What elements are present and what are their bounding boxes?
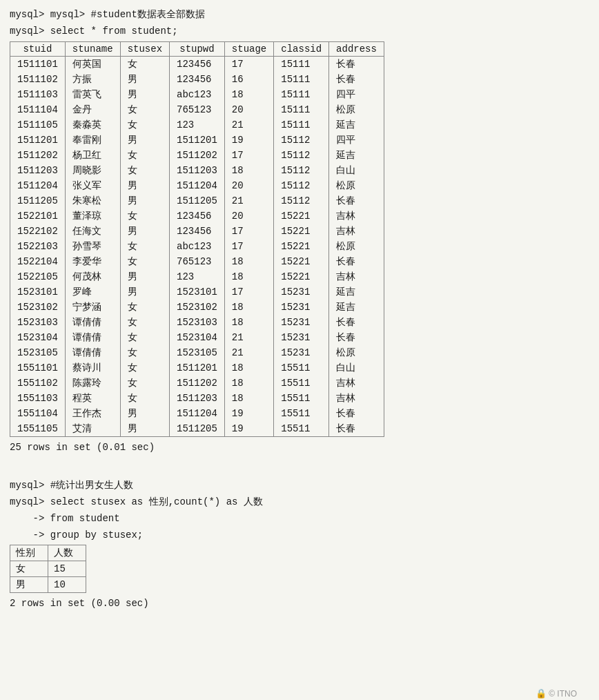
table-cell: 延吉 [329, 300, 384, 315]
watermark: 🔒 © ITNO [536, 688, 577, 699]
table-cell: 18 [224, 87, 273, 102]
table-row: 1522102任海文男1234561715221吉林 [10, 224, 384, 239]
table-row: 1511202杨卫红女15112021715112延吉 [10, 148, 384, 163]
table-cell: 19 [224, 406, 273, 421]
table-cell: 长春 [329, 406, 384, 421]
table-cell: abc123 [170, 87, 225, 102]
table-row: 1522101董泽琼女1234562015221吉林 [10, 208, 384, 224]
table2-wrap: 性别 人数 女15男10 [10, 545, 589, 593]
table-cell: 1551104 [10, 406, 66, 421]
table-cell: 18 [224, 315, 273, 330]
table-cell: 17 [224, 148, 273, 163]
table-cell: 15112 [274, 163, 329, 178]
table-cell: 15231 [274, 330, 329, 345]
table-cell: 17 [224, 284, 273, 300]
table-cell: 1523101 [170, 284, 225, 300]
table-cell: 1523103 [10, 315, 66, 330]
table-row: 1551103程英女15112031815511吉林 [10, 391, 384, 406]
table-row: 1523105谭倩倩女15231052115231松原 [10, 345, 384, 360]
table-cell: 15231 [274, 315, 329, 330]
table-cell: 女 [120, 330, 169, 345]
table-cell: 1511201 [170, 133, 225, 148]
table-cell: 123 [170, 269, 225, 284]
table-cell: 1511204 [170, 406, 225, 421]
table-cell: 15221 [274, 254, 329, 269]
table-cell: 谭倩倩 [65, 330, 120, 345]
table-cell: 延吉 [329, 117, 384, 133]
table-cell: 15511 [274, 376, 329, 391]
table-cell: abc123 [170, 239, 225, 254]
table-cell: 吉林 [329, 208, 384, 224]
table-cell: 男 [120, 72, 169, 87]
table-cell: 四平 [329, 87, 384, 102]
table-cell: 四平 [329, 133, 384, 148]
table-cell: 15511 [274, 391, 329, 406]
table-cell: 1511202 [10, 148, 66, 163]
table-cell: 女 [120, 315, 169, 330]
result-line-1: 25 rows in set (0.01 sec) [10, 440, 589, 456]
table-cell: 延吉 [329, 284, 384, 300]
table-cell: 17 [224, 56, 273, 72]
col-gender: 性别 [10, 545, 48, 561]
table-cell: 1522105 [10, 269, 66, 284]
table-cell: 女 [120, 102, 169, 117]
table-cell: 1523102 [10, 300, 66, 315]
table-cell: 15112 [274, 133, 329, 148]
table-cell: 男 [120, 178, 169, 193]
table-cell: 1523101 [10, 284, 66, 300]
table-cell: 蔡诗川 [65, 360, 120, 376]
table-cell: 女 [120, 345, 169, 360]
table-cell: 21 [224, 193, 273, 208]
terminal-window: mysql> mysql> #student数据表全部数据 mysql> sel… [10, 7, 589, 700]
table-cell: 1511203 [170, 391, 225, 406]
table-cell: 方振 [65, 72, 120, 87]
table-cell: 1551105 [10, 421, 66, 437]
table-cell: 长春 [329, 193, 384, 208]
table-cell: 18 [224, 391, 273, 406]
table-cell: 男 [120, 193, 169, 208]
col-address: address [329, 41, 384, 56]
table-cell: 周晓影 [65, 163, 120, 178]
table-row: 1511203周晓影女15112031815112白山 [10, 163, 384, 178]
table-cell: 女 [120, 300, 169, 315]
table-cell: 15511 [274, 360, 329, 376]
table-cell: 女 [120, 56, 169, 72]
table2-body: 女15男10 [10, 561, 86, 593]
table-cell: 1522104 [10, 254, 66, 269]
table-cell: 杨卫红 [65, 148, 120, 163]
table-cell: 15111 [274, 102, 329, 117]
table-cell: 18 [224, 269, 273, 284]
table-cell: 1511105 [10, 117, 66, 133]
table-cell: 1551102 [10, 376, 66, 391]
table-cell: 长春 [329, 330, 384, 345]
table-cell: 15111 [274, 56, 329, 72]
table-cell: 123456 [170, 208, 225, 224]
table-cell: 1522102 [10, 224, 66, 239]
table-cell: 15511 [274, 421, 329, 437]
table-cell: 白山 [329, 360, 384, 376]
table-cell: 18 [224, 163, 273, 178]
table-cell: 18 [224, 360, 273, 376]
table-cell: 女 [120, 239, 169, 254]
table-cell: 1522103 [10, 239, 66, 254]
table-cell: 松原 [329, 345, 384, 360]
table-cell: 金丹 [65, 102, 120, 117]
table-cell: 123456 [170, 224, 225, 239]
table-cell: 吉林 [329, 391, 384, 406]
table-cell: 艾清 [65, 421, 120, 437]
table-cell: 王作杰 [65, 406, 120, 421]
table-cell: 15 [48, 561, 86, 577]
table-cell: 15112 [274, 178, 329, 193]
table-cell: 123 [170, 117, 225, 133]
table-cell: 吉林 [329, 376, 384, 391]
table-cell: 1511201 [10, 133, 66, 148]
table-cell: 女 [120, 376, 169, 391]
table-cell: 张义军 [65, 178, 120, 193]
table-cell: 白山 [329, 163, 384, 178]
table-cell: 松原 [329, 239, 384, 254]
table-cell: 1511103 [10, 87, 66, 102]
table-cell: 1511204 [170, 178, 225, 193]
table-row: 1511204张义军男15112042015112松原 [10, 178, 384, 193]
col-stuname: stuname [65, 41, 120, 56]
cmd-line-6: -> group by stusex; [10, 527, 589, 544]
